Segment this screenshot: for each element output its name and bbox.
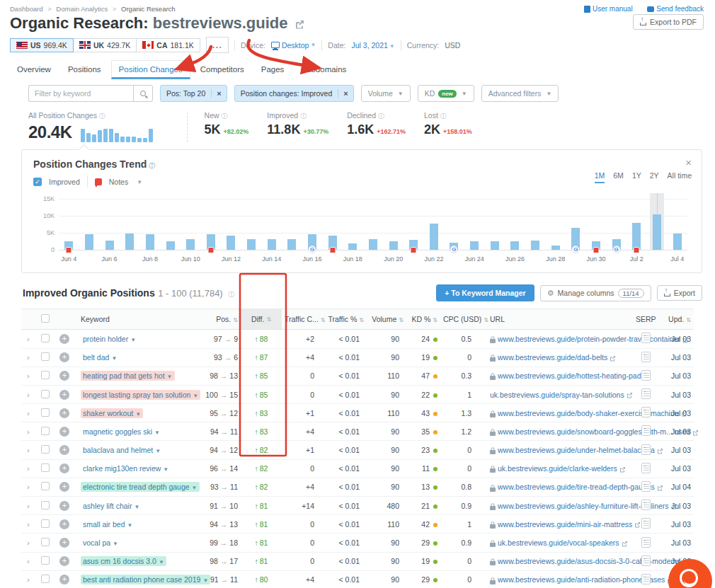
close-icon[interactable]: × [685,157,692,168]
chart-bar-slot[interactable] [647,199,668,250]
chart-bar-slot[interactable] [99,199,120,250]
row-checkbox[interactable] [41,556,50,565]
select-all-checkbox[interactable] [41,314,50,323]
chart-bar[interactable] [510,241,519,250]
chart-bar[interactable] [653,214,661,250]
external-link-icon[interactable] [610,355,616,362]
date-selector[interactable]: Jul 3, 2021▼ [351,41,394,50]
user-manual-link[interactable]: User manual [584,5,633,13]
add-keyword-icon[interactable]: + [59,538,69,548]
chart-bar-slot[interactable] [343,199,363,250]
chart-bar[interactable] [470,241,479,250]
chart-bar-slot[interactable] [545,199,566,250]
chart-bar-slot[interactable] [484,199,505,250]
serp-icon[interactable] [641,463,651,473]
range-6m[interactable]: 6M [613,171,624,183]
chart-bar-slot[interactable] [120,199,140,250]
add-keyword-icon[interactable]: + [59,408,69,418]
add-keyword-icon[interactable]: + [59,501,69,511]
country-tab-ca[interactable]: CA181.1K [137,38,200,52]
chart-bar-slot[interactable] [200,199,221,250]
chart-bar-slot[interactable] [505,199,525,250]
add-keyword-icon[interactable]: + [59,445,69,455]
chart-bar-slot[interactable] [424,199,445,250]
manage-columns-button[interactable]: ⚙ Manage columns 11/14 [540,285,651,301]
chart-bar[interactable] [85,234,93,250]
external-link-icon[interactable] [295,20,304,29]
breadcrumb-item[interactable]: Dashboard [10,5,42,13]
column-header-traffic[interactable]: Traffic C...⇅ [282,315,323,323]
chart-bar-slot[interactable] [627,199,647,250]
row-checkbox[interactable] [41,390,50,398]
chart-bar[interactable] [531,241,539,250]
chart-bar-slot[interactable] [160,199,181,250]
chart-bar-slot[interactable] [221,199,241,250]
column-header-diff[interactable]: Diff.⇅ [241,309,282,329]
add-keyword-icon[interactable]: + [59,371,69,381]
keyword-link[interactable]: belt dad [83,353,109,362]
chart-bar-slot[interactable] [261,199,282,250]
add-keyword-icon[interactable]: + [59,334,69,344]
row-checkbox[interactable] [41,371,50,379]
keyword-link[interactable]: small air bed [83,520,125,529]
chart-bar-slot[interactable]: G [302,199,323,250]
row-expand-chevron[interactable]: › [24,502,30,510]
row-expand-chevron[interactable]: › [24,427,30,436]
range-2y[interactable]: 2Y [650,171,659,183]
tab-competitors[interactable]: Competitors [193,60,251,79]
add-keyword-icon[interactable]: + [59,427,69,437]
serp-icon[interactable] [641,518,651,529]
row-expand-chevron[interactable]: › [24,538,30,547]
row-checkbox[interactable] [41,575,50,583]
url-link[interactable]: www.bestreviews.guide/mini-air-mattress [498,520,632,529]
keyword-dropdown-caret[interactable]: ▼ [111,355,117,362]
note-marker-icon[interactable] [593,247,599,253]
serp-icon[interactable] [641,370,651,381]
keyword-dropdown-caret[interactable]: ▼ [135,411,141,417]
info-icon[interactable]: ⓘ [222,113,228,120]
improved-checkbox[interactable]: ✓ [33,178,42,186]
chart-bar[interactable] [430,224,438,250]
column-header-kd[interactable]: KD %⇅ [406,315,440,323]
chart-bar-slot[interactable] [363,199,384,250]
url-link[interactable]: www.bestreviews.guide/dad-belts [498,353,607,362]
serp-icon[interactable] [641,388,651,399]
chart-bar[interactable] [186,239,195,250]
search-button[interactable] [133,85,153,102]
send-feedback-link[interactable]: Send feedback [647,5,704,13]
add-keyword-icon[interactable]: + [59,482,69,492]
keyword-link[interactable]: clarke mig130en review [83,464,161,473]
external-link-icon[interactable] [622,541,628,547]
keyword-link[interactable]: shaker workout [83,409,133,417]
keyword-link[interactable]: best anti radiation phone case 2019 [83,575,200,584]
keyword-dropdown-caret[interactable]: ▼ [134,504,139,510]
chart-bar-slot[interactable]: G [444,199,464,250]
chart-bar[interactable] [287,239,296,250]
url-link[interactable]: uk.bestreviews.guide/clarke-welders [498,464,617,473]
keyword-link[interactable]: ashley lift chair [83,502,132,510]
info-icon[interactable]: ⓘ [149,162,155,169]
column-header-pos[interactable]: Pos.⇅ [184,315,241,323]
url-link[interactable]: www.bestreviews.guide/tire-tread-depth-g… [498,483,655,491]
keyword-dropdown-caret[interactable]: ▼ [159,559,164,565]
add-keyword-icon[interactable]: + [59,519,69,529]
row-expand-chevron[interactable]: › [24,371,30,380]
volume-filter-dropdown[interactable]: Volume▼ [361,85,411,102]
serp-icon[interactable] [641,425,651,436]
chip-remove-button[interactable]: × [338,89,353,98]
row-expand-chevron[interactable]: › [24,464,30,473]
tab-positions[interactable]: Positions [61,60,108,79]
info-icon[interactable]: ⓘ [228,291,234,298]
column-header-serp[interactable]: SERP [633,315,658,323]
serp-icon[interactable] [641,407,651,417]
keyword-dropdown-caret[interactable]: ▼ [154,430,160,436]
row-checkbox[interactable] [41,427,50,435]
column-header-url[interactable]: URL [483,315,633,323]
column-header-volume[interactable]: Volume⇅ [367,315,406,323]
keyword-link[interactable]: electronic tire tread depth gauge [83,483,190,491]
tab-overview[interactable]: Overview [10,60,58,79]
keyword-link[interactable]: protein holder [83,335,128,343]
keyword-dropdown-caret[interactable]: ▼ [155,448,161,454]
chart-bar-slot[interactable] [140,199,161,250]
chart-bar[interactable] [166,241,175,250]
